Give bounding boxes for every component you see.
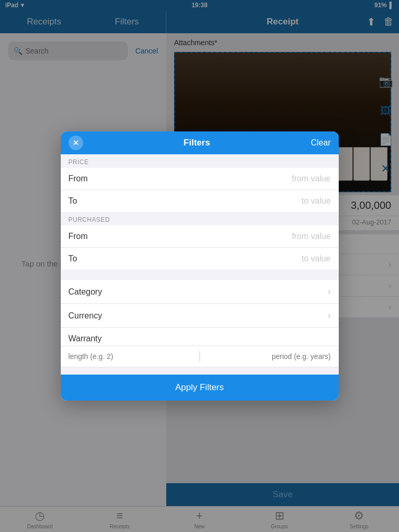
warranty-row: Warranty [61, 328, 339, 367]
purchased-to-row[interactable]: To to value [61, 248, 339, 270]
purchased-form-group: From from value To to value [61, 225, 339, 270]
purchased-to-label: To [69, 254, 77, 263]
currency-row[interactable]: Currency › [61, 304, 339, 328]
purchased-from-label: From [69, 232, 88, 241]
modal-title: Filters [183, 138, 210, 148]
modal-header: ✕ Filters Clear [61, 131, 339, 154]
price-to-label: To [69, 196, 77, 206]
apply-filters-label: Apply Filters [175, 382, 224, 393]
price-to-placeholder: to value [301, 196, 330, 206]
filters-modal: ✕ Filters Clear PRICE From from value To… [61, 131, 339, 401]
category-row[interactable]: Category › [61, 280, 339, 304]
section-header-price: PRICE [61, 154, 339, 168]
chevron-category-icon: › [328, 286, 331, 297]
modal-overlay[interactable]: ✕ Filters Clear PRICE From from value To… [0, 0, 399, 532]
price-form-group: From from value To to value [61, 168, 339, 212]
warranty-input-divider [200, 351, 200, 362]
purchased-to-placeholder: to value [301, 254, 330, 263]
section-header-purchased: PURCHASED [61, 212, 339, 225]
price-to-row[interactable]: To to value [61, 190, 339, 212]
price-from-label: From [69, 174, 88, 183]
modal-clear-button[interactable]: Clear [311, 138, 330, 148]
apply-filters-button[interactable]: Apply Filters [61, 375, 339, 401]
currency-label: Currency [69, 311, 102, 321]
warranty-length-input[interactable] [69, 352, 194, 361]
purchased-from-row[interactable]: From from value [61, 225, 339, 248]
price-from-row[interactable]: From from value [61, 168, 339, 190]
section-spacer-1 [61, 270, 339, 280]
modal-close-button[interactable]: ✕ [69, 136, 83, 150]
spacer-before-apply [61, 367, 339, 374]
category-label: Category [69, 287, 102, 297]
chevron-currency-icon: › [328, 310, 331, 321]
warranty-label: Warranty [69, 334, 102, 343]
price-from-placeholder: from value [292, 174, 331, 183]
purchased-from-placeholder: from value [292, 232, 331, 241]
warranty-period-input[interactable] [205, 352, 331, 361]
warranty-inputs-container [61, 346, 339, 367]
